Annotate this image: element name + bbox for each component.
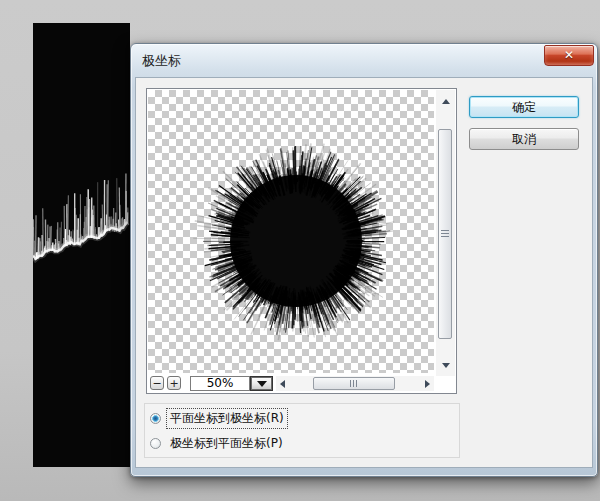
radio-label: 极坐标到平面坐标(P) xyxy=(167,434,286,453)
thumb-grip-icon xyxy=(441,230,449,238)
scroll-left-button[interactable] xyxy=(276,376,289,391)
preview-panel: − + 50% xyxy=(146,88,457,394)
dialog-titlebar[interactable]: 极坐标 ✕ xyxy=(131,44,597,77)
scroll-up-icon xyxy=(442,99,450,104)
radio-icon[interactable] xyxy=(150,413,161,424)
photoshop-canvas xyxy=(33,23,130,467)
scroll-down-button[interactable] xyxy=(436,358,455,372)
ok-button[interactable]: 确定 xyxy=(469,96,579,118)
radio-label: 平面坐标到极坐标(R) xyxy=(167,409,287,428)
scroll-right-icon xyxy=(425,380,430,388)
dialog-title: 极坐标 xyxy=(142,52,181,70)
zoom-level-field[interactable]: 50% xyxy=(190,376,250,391)
radio-icon[interactable] xyxy=(150,438,161,449)
vertical-scrollbar-thumb[interactable] xyxy=(438,129,452,339)
scroll-down-icon xyxy=(442,363,450,368)
vertical-scrollbar[interactable] xyxy=(436,90,455,376)
close-icon: ✕ xyxy=(545,46,593,65)
chevron-down-icon xyxy=(257,381,267,387)
scroll-up-button[interactable] xyxy=(436,94,455,108)
scroll-right-button[interactable] xyxy=(421,376,434,391)
horizontal-scrollbar[interactable] xyxy=(276,376,434,391)
radio-polar-to-rectangular[interactable]: 极坐标到平面坐标(P) xyxy=(150,433,286,453)
scroll-left-icon xyxy=(280,380,285,388)
dialog-body: − + 50% 确定 取消 平面坐标到极坐标(R) 极坐标到平面坐标(P) xyxy=(135,77,593,468)
radio-rectangular-to-polar[interactable]: 平面坐标到极坐标(R) xyxy=(150,408,287,428)
preview-viewport[interactable] xyxy=(148,90,434,373)
zoom-in-button[interactable]: + xyxy=(167,376,181,390)
zoom-dropdown-button[interactable] xyxy=(250,376,273,391)
close-button[interactable]: ✕ xyxy=(544,45,594,66)
polar-result-preview-image xyxy=(148,90,434,373)
horizontal-scrollbar-thumb[interactable] xyxy=(313,377,395,390)
conversion-options-group: 平面坐标到极坐标(R) 极坐标到平面坐标(P) xyxy=(144,403,460,458)
noise-spikes-image xyxy=(33,23,130,467)
preview-zoom-controls: − + 50% xyxy=(148,376,455,391)
polar-coordinates-dialog: 极坐标 ✕ − + 50% xyxy=(130,43,598,477)
zoom-out-button[interactable]: − xyxy=(150,376,164,390)
thumb-grip-icon xyxy=(350,380,358,387)
cancel-button[interactable]: 取消 xyxy=(469,128,579,150)
